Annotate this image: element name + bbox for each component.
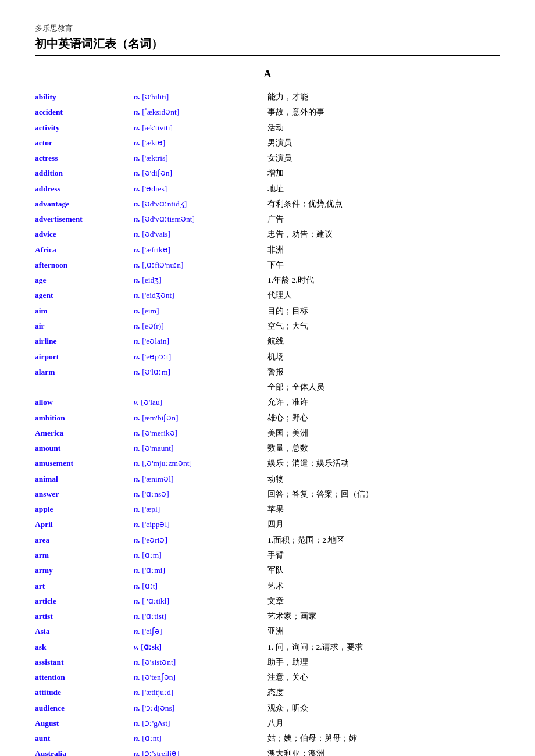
phonetic-cell: n. [ə'maunt]: [134, 441, 268, 456]
phonetic-cell: n. ['eəpɔːt]: [134, 350, 268, 365]
list-item: auntn. [ɑːnt]姑；姨；伯母；舅母；婶: [35, 731, 500, 746]
word-cell: America: [35, 426, 134, 441]
meaning-cell: 警报: [268, 365, 500, 380]
header-org: 多乐思教育: [35, 23, 500, 34]
list-item: actressn. ['æktris]女演员: [35, 151, 500, 166]
phonetic-cell: n. ['eipрəl]: [134, 517, 268, 532]
list-item: airportn. ['eəpɔːt]机场: [35, 350, 500, 365]
meaning-cell: 1.年龄 2.时代: [268, 273, 500, 288]
phonetic-cell: n. ['ætitjuːd]: [134, 685, 268, 700]
meaning-cell: 手臂: [268, 548, 500, 563]
word-cell: article: [35, 594, 134, 609]
list-item: Asian. ['eiʃə]亚洲: [35, 624, 500, 639]
list-item: askv. [ɑːsk]1. 问，询问；2.请求，要求: [35, 640, 500, 655]
word-cell: advice: [35, 227, 134, 242]
list-item: audiencen. ['ɔːdjəns]观众，听众: [35, 701, 500, 716]
list-item: African. ['æfrikə]非洲: [35, 243, 500, 258]
word-cell: aim: [35, 304, 134, 319]
meaning-cell: 活动: [268, 120, 500, 135]
meaning-cell: 男演员: [268, 135, 500, 151]
meaning-cell: 1.面积；范围；2.地区: [268, 533, 500, 548]
phonetic-cell: n. [əd'vɑːntidʒ]: [134, 197, 268, 212]
word-cell: attitude: [35, 685, 134, 700]
phonetic-cell: n. [ə'sistənt]: [134, 655, 268, 670]
meaning-cell: 娱乐；消遣；娱乐活动: [268, 456, 500, 471]
phonetic-cell: n. [ɑːnt]: [134, 731, 268, 746]
word-cell: alarm: [35, 365, 134, 380]
word-cell: Australia: [35, 746, 134, 756]
phonetic-cell: [134, 380, 268, 395]
phonetic-cell: n. ['æfrikə]: [134, 243, 268, 258]
list-item: advantagen. [əd'vɑːntidʒ]有利条件；优势,优点: [35, 197, 500, 212]
word-cell: ask: [35, 640, 134, 655]
word-cell: attention: [35, 670, 134, 685]
word-cell: accident: [35, 105, 134, 120]
phonetic-cell: n. ['eəlain]: [134, 334, 268, 349]
list-item: attentionn. [ə'tenʃən]注意，关心: [35, 670, 500, 685]
list-item: 全部；全体人员: [35, 380, 500, 395]
word-cell: addition: [35, 166, 134, 181]
meaning-cell: 艺术: [268, 579, 500, 594]
word-cell: area: [35, 533, 134, 548]
list-item: Augustn. [ɔː'gʌst]八月: [35, 716, 500, 731]
meaning-cell: 态度: [268, 685, 500, 700]
meaning-cell: 广告: [268, 212, 500, 227]
phonetic-cell: n. [eidʒ]: [134, 273, 268, 288]
phonetic-cell: n. [ 'ɑːtikl]: [134, 594, 268, 609]
list-item: airlinen. ['eəlain]航线: [35, 334, 500, 349]
word-cell: Africa: [35, 243, 134, 258]
list-item: articlen. [ 'ɑːtikl]文章: [35, 594, 500, 609]
list-item: armn. [ɑːm]手臂: [35, 548, 500, 563]
word-cell: Asia: [35, 624, 134, 639]
list-item: afternoonn. [,ɑːftə'nuːn]下午: [35, 258, 500, 273]
list-item: accidentn. [ˈæksidənt]事故，意外的事: [35, 105, 500, 120]
meaning-cell: 助手，助理: [268, 655, 500, 670]
word-cell: amount: [35, 441, 134, 456]
meaning-cell: 四月: [268, 517, 500, 532]
phonetic-cell: n. ['æktə]: [134, 135, 268, 151]
meaning-cell: 允许，准许: [268, 395, 500, 410]
vocabulary-table: abilityn. [ə'biliti]能力，才能accidentn. [ˈæk…: [35, 90, 500, 756]
word-cell: arm: [35, 548, 134, 563]
phonetic-cell: n. ['eiʃə]: [134, 624, 268, 639]
list-item: artn. [ɑːt]艺术: [35, 579, 500, 594]
list-item: abilityn. [ə'biliti]能力，才能: [35, 90, 500, 105]
meaning-cell: 苹果: [268, 502, 500, 517]
list-item: amountn. [ə'maunt]数量，总数: [35, 441, 500, 456]
list-item: alarmn. [ə'lɑːm]警报: [35, 365, 500, 380]
phonetic-cell: n. [æm'biʃən]: [134, 411, 268, 426]
header-title: 初中英语词汇表（名词）: [35, 36, 500, 56]
list-item: applen. ['æpl]苹果: [35, 502, 500, 517]
section-letter: A: [35, 68, 500, 80]
meaning-cell: 空气；大气: [268, 319, 500, 334]
word-cell: air: [35, 319, 134, 334]
meaning-cell: 八月: [268, 716, 500, 731]
phonetic-cell: n. [əd'vais]: [134, 227, 268, 242]
list-item: Australian. [ɔː'streiljə]澳大利亚；澳洲: [35, 746, 500, 756]
phonetic-cell: n. [əd'vɑːtismənt]: [134, 212, 268, 227]
phonetic-cell: n. [ə'tenʃən]: [134, 670, 268, 685]
list-item: advertisementn. [əd'vɑːtismənt]广告: [35, 212, 500, 227]
list-item: actorn. ['æktə]男演员: [35, 135, 500, 151]
phonetic-cell: n. [ˈæksidənt]: [134, 105, 268, 120]
meaning-cell: 女演员: [268, 151, 500, 166]
list-item: assistantn. [ə'sistənt]助手，助理: [35, 655, 500, 670]
meaning-cell: 注意，关心: [268, 670, 500, 685]
phonetic-cell: n. [eim]: [134, 304, 268, 319]
word-cell: advertisement: [35, 212, 134, 227]
word-cell: August: [35, 716, 134, 731]
meaning-cell: 回答；答复；答案；回（信）: [268, 487, 500, 502]
list-item: advicen. [əd'vais]忠告，劝告；建议: [35, 227, 500, 242]
phonetic-cell: n. [ə'diʃən]: [134, 166, 268, 181]
word-cell: army: [35, 563, 134, 578]
meaning-cell: 有利条件；优势,优点: [268, 197, 500, 212]
word-cell: artist: [35, 609, 134, 624]
phonetic-cell: n. [ɑːt]: [134, 579, 268, 594]
list-item: aimn. [eim]目的；目标: [35, 304, 500, 319]
word-cell: assistant: [35, 655, 134, 670]
word-cell: ability: [35, 90, 134, 105]
meaning-cell: 澳大利亚；澳洲: [268, 746, 500, 756]
phonetic-cell: n. ['eəriə]: [134, 533, 268, 548]
list-item: attituden. ['ætitjuːd]态度: [35, 685, 500, 700]
meaning-cell: 下午: [268, 258, 500, 273]
